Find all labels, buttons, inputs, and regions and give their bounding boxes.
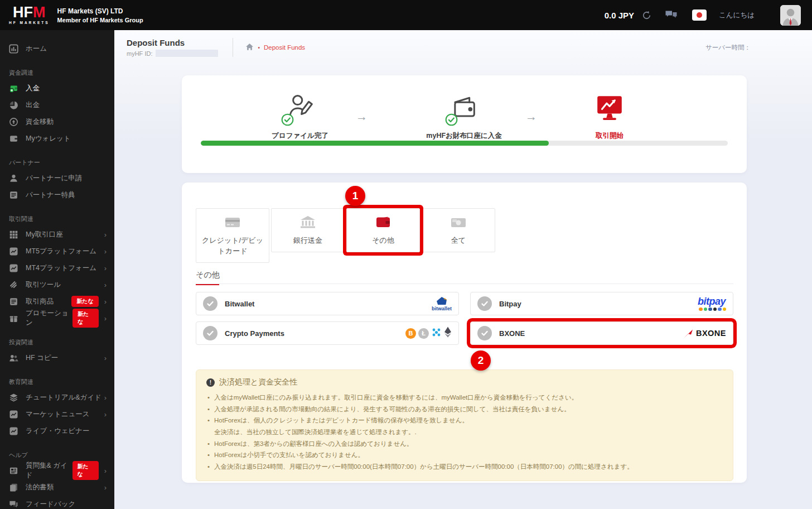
notice-title: ! 決済処理と資金安全性 [206, 377, 723, 387]
person-icon [9, 174, 18, 183]
sidebar-item-trading-accounts[interactable]: My取引口座 › [0, 226, 114, 243]
chevron-right-icon: › [104, 410, 107, 419]
user-avatar[interactable] [780, 5, 801, 26]
progress-bar [201, 141, 728, 146]
payment-safety-notice: ! 決済処理と資金安全性 入金はmyWallet口座にのみ振り込まれます。取引口… [196, 369, 733, 481]
sidebar-item-transfer[interactable]: 資金移動 [0, 113, 114, 130]
sidebar-item-partner-benefits[interactable]: パートナー特典 [0, 186, 114, 203]
sidebar-item-mt4[interactable]: MT4プラットフォーム › [0, 260, 114, 276]
sidebar-section-funding: 資金調達 [0, 64, 114, 80]
wallet-icon [9, 134, 18, 143]
main-content: Deposit Funds myHF ID: • Deposit Funds サ… [114, 30, 812, 509]
payment-card-bxone[interactable]: BXONE BXONE [470, 321, 733, 345]
tab-credit-debit-card[interactable]: クレジット/デビットカード [196, 208, 269, 263]
sidebar-item-promotions[interactable]: プロモーション 新たな › [0, 310, 114, 326]
sidebar-item-mywallet[interactable]: Myウォレット [0, 130, 114, 147]
step-fund-wallet: myHFお財布口座に入金 [397, 92, 531, 141]
sidebar-section-partner: パートナー [0, 154, 114, 170]
page-header: Deposit Funds myHF ID: • Deposit Funds サ… [114, 30, 812, 65]
notice-bullet: HotForexは、第3者からの顧客様口座への入金は認めておりません。 [206, 438, 723, 450]
payment-card-bitwallet[interactable]: Bitwallet bitwallet [196, 292, 459, 315]
sidebar-item-withdraw[interactable]: 出金 [0, 97, 114, 113]
sidebar-nav: ホーム 資金調達 入金 出金 資金移動 Myウォレット パートナー パートナーに… [0, 30, 114, 509]
bitwallet-logo: bitwallet [432, 296, 452, 311]
chevron-right-icon: › [104, 281, 107, 289]
chevron-right-icon: › [104, 231, 107, 239]
page-title: Deposit Funds [127, 38, 218, 47]
sidebar-item-mt5[interactable]: MT5プラットフォーム › [0, 243, 114, 260]
grid-icon [9, 230, 18, 239]
new-badge: 新たな [72, 309, 99, 328]
chart-line-icon [9, 426, 18, 436]
step-complete-check-icon [281, 113, 294, 128]
chevron-right-icon: › [104, 297, 107, 306]
bank-icon [300, 215, 316, 231]
sidebar-section-help: ヘルプ [0, 446, 114, 462]
bitpay-logo: bitpay [698, 296, 726, 311]
transfer-icon [9, 117, 18, 127]
credit-card-icon [225, 215, 240, 231]
tab-bank-transfer[interactable]: 銀行送金 [271, 208, 345, 252]
list-box-icon [9, 297, 18, 306]
news-icon [9, 466, 18, 476]
sidebar-section-trading: 取引関連 [0, 210, 114, 226]
ethereum-icon [444, 326, 452, 340]
bxone-logo: BXONE [684, 329, 726, 338]
notice-bullet: HotForexは、個人のクレジットまたはデビットカード情報の保存や処理を致しま… [206, 415, 723, 426]
sidebar-item-market-news[interactable]: マーケットニュース › [0, 406, 114, 422]
tools-icon [9, 280, 18, 290]
notice-bullet: HotForexは小切手での支払いを認めておりません。 [206, 449, 723, 461]
deposit-funds-page: HFM HF MARKETS HF Markets (SV) LTD Membe… [0, 0, 812, 509]
tab-all[interactable]: 全て [422, 208, 495, 252]
check-circle-icon [477, 326, 492, 340]
step-arrow-icon: → [525, 110, 537, 123]
alert-icon: ! [206, 378, 215, 387]
step-start-trading: 取引開始 [543, 92, 676, 141]
sidebar-item-trading-products[interactable]: 取引商品 新たな › [0, 293, 114, 310]
japan-flag-icon[interactable] [692, 9, 707, 21]
chevron-right-icon: › [104, 264, 107, 272]
sidebar-item-home[interactable]: ホーム [0, 40, 114, 57]
section-title-other: その他 [196, 270, 220, 285]
sidebar-item-tutorials[interactable]: チュートリアル&ガイド › [0, 389, 114, 406]
monitor-chart-icon [594, 92, 625, 126]
people-icon [9, 353, 18, 363]
company-name: HF Markets (SV) LTD Member of HF Markets… [57, 7, 143, 23]
chart-line-icon [9, 263, 18, 273]
sidebar-item-live-webinar[interactable]: ライブ・ウェビナー [0, 422, 114, 439]
sidebar-item-hf-copy[interactable]: HF コピー › [0, 349, 114, 366]
list-box-icon [9, 190, 18, 200]
refresh-balance-icon[interactable] [642, 11, 651, 20]
check-circle-icon [477, 296, 492, 311]
hfm-logo[interactable]: HFM HF MARKETS [9, 5, 50, 25]
gift-icon [9, 314, 18, 323]
breadcrumb-current[interactable]: Deposit Funds [264, 44, 305, 51]
annotation-badge-1: 1 [345, 186, 365, 206]
sidebar-item-trading-tools[interactable]: 取引ツール › [0, 276, 114, 293]
sidebar-item-faq-guide[interactable]: 質問集& ガイド 新たな › [0, 462, 114, 479]
step-arrow-icon: → [356, 110, 368, 123]
bitcoin-icon: B [405, 328, 416, 339]
chevron-right-icon: › [104, 247, 107, 256]
deposit-wallet-icon [9, 84, 18, 93]
chevron-right-icon: › [104, 354, 107, 362]
crypto-coin-icons: B Ł [405, 326, 452, 340]
sidebar-item-legal-docs[interactable]: 法的書類 › [0, 479, 114, 496]
home-chart-icon [9, 44, 18, 54]
chevron-right-icon: › [104, 314, 107, 323]
payment-card-crypto[interactable]: Crypto Payments B Ł [196, 321, 459, 345]
chevron-right-icon: › [104, 467, 107, 475]
sidebar-item-feedback[interactable]: フィードバック [0, 496, 114, 509]
tab-other[interactable]: その他 [346, 208, 420, 252]
ripple-icon [431, 327, 442, 340]
progress-bar-fill [201, 141, 549, 146]
sidebar-item-deposit[interactable]: 入金 [0, 80, 114, 97]
new-badge: 新たな [72, 461, 99, 480]
messages-icon[interactable] [665, 10, 678, 20]
sidebar-item-partner-apply[interactable]: パートナーに申請 [0, 170, 114, 186]
payment-card-bitpay[interactable]: Bitpay bitpay [470, 292, 733, 315]
home-icon[interactable] [245, 43, 254, 52]
layers-icon [9, 393, 18, 402]
withdraw-pie-icon [9, 100, 18, 110]
check-circle-icon [203, 296, 218, 311]
